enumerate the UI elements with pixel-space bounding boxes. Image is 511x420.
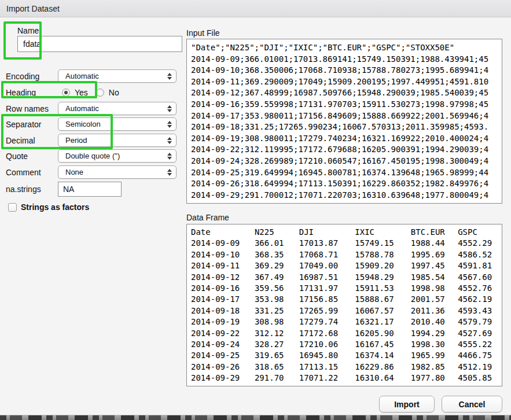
input-file-label: Input File	[186, 28, 220, 38]
data-frame-row: 2014-09-16359.5617131.9715911.531998.984…	[191, 283, 498, 294]
separator-label: Separator	[6, 120, 58, 129]
data-frame-row: 2014-09-25319.6516945.8016374.141965.994…	[191, 350, 498, 361]
data-frame-cell: 2001.57	[411, 294, 458, 305]
input-file-line: 2014-09-10;368.350006;17068.710938;15788…	[191, 65, 498, 76]
input-file-line: 2014-09-19;308.980011;17279.740234;16321…	[191, 133, 498, 145]
data-frame-cell: 353.98	[255, 294, 299, 305]
comment-label: Comment	[6, 168, 58, 177]
input-file-line: 2014-09-11;369.290009;17049;15909.200195…	[191, 76, 498, 88]
data-frame-cell: 17049.00	[299, 260, 355, 271]
data-frame-cell: 4466.75	[458, 350, 498, 361]
data-frame-column-header: IXIC	[355, 227, 411, 238]
heading-row: Heading Yes No	[6, 86, 179, 99]
name-input-value: fdata	[23, 39, 41, 49]
input-file-line: 2014-09-26;318.649994;17113.150391;16229…	[191, 178, 498, 190]
input-file-preview[interactable]: "Date";"N225";"DJI";"IXIC";"BTC.EUR";"GS…	[186, 39, 502, 204]
data-frame-cell: 16374.14	[355, 350, 411, 361]
data-frame-cell: 369.29	[255, 260, 299, 271]
input-file-line: 2014-09-18;331.25;17265.990234;16067.570…	[191, 121, 498, 133]
input-file-line: 2014-09-25;319.649994;16945.800781;16374…	[191, 167, 498, 179]
strings-as-factors-checkbox[interactable]	[8, 203, 17, 212]
data-frame-row: 2014-09-18331.2517265.9916067.572011.364…	[191, 305, 498, 316]
import-button[interactable]: Import	[379, 396, 435, 412]
strings-as-factors-row: Strings as factors	[8, 202, 89, 212]
input-file-line: 2014-09-22;312.119995;17172.679688;16205…	[191, 144, 498, 156]
quote-row: Quote Double quote (")	[6, 149, 179, 163]
data-frame-cell: 17265.99	[299, 305, 355, 316]
data-frame-cell: 4567.60	[458, 272, 498, 283]
decimal-label: Decimal	[6, 136, 58, 145]
data-frame-cell: 15948.29	[355, 272, 411, 283]
comment-select-value: None	[65, 168, 83, 176]
data-frame-cell: 1965.99	[411, 350, 458, 361]
rownames-row: Row names Automatic	[6, 102, 179, 115]
na-strings-label: na.strings	[6, 185, 58, 194]
na-strings-input-value: NA	[63, 185, 74, 194]
data-frame-cell: 16067.57	[355, 305, 411, 316]
data-frame-row: 2014-09-10368.3517068.7115788.781995.694…	[191, 249, 498, 260]
data-frame-cell: 17013.87	[299, 238, 355, 249]
data-frame-cell: 17131.97	[299, 283, 355, 294]
comment-select[interactable]: None	[58, 165, 177, 179]
data-frame-cell: 16945.80	[299, 350, 355, 361]
separator-select-value: Semicolon	[65, 120, 101, 128]
data-frame-cell: 15888.67	[355, 294, 411, 305]
data-frame-cell: 4505.85	[458, 373, 498, 384]
data-frame-cell: 17113.15	[299, 362, 355, 373]
separator-select[interactable]: Semicolon	[58, 117, 177, 131]
data-frame-cell: 2011.36	[411, 305, 458, 316]
encoding-select[interactable]: Automatic	[58, 69, 177, 83]
data-frame-cell: 1998.98	[411, 283, 458, 294]
name-input[interactable]: fdata	[17, 36, 182, 52]
data-frame-cell: 16987.51	[299, 272, 355, 283]
input-file-line: 2014-09-09;366.01001;17013.869141;15749.…	[191, 54, 498, 65]
background-window-edge	[0, 415, 511, 420]
data-frame-cell: 4593.43	[458, 305, 498, 316]
quote-select[interactable]: Double quote (")	[58, 149, 177, 163]
stepper-arrows-icon	[167, 73, 172, 80]
data-frame-cell: 2014-09-18	[191, 305, 255, 316]
encoding-label: Encoding	[6, 72, 58, 81]
data-frame-cell: 1985.54	[411, 272, 458, 283]
quote-select-value: Double quote (")	[65, 152, 120, 160]
data-frame-preview[interactable]: DateN225DJIIXICBTC.EURGSPC2014-09-09366.…	[186, 224, 502, 386]
data-frame-header-row: DateN225DJIIXICBTC.EURGSPC	[191, 227, 498, 238]
data-frame-cell: 359.56	[255, 283, 299, 294]
decimal-select[interactable]: Period	[58, 134, 177, 147]
data-frame-column-header: GSPC	[458, 227, 498, 238]
data-frame-row: 2014-09-12367.4916987.5115948.291985.544…	[191, 272, 498, 283]
data-frame-cell: 2014-09-12	[191, 272, 255, 283]
data-frame-cell: 2010.40	[411, 316, 458, 327]
input-file-line: 2014-09-17;353.980011;17156.849609;15888…	[191, 110, 498, 122]
data-frame-row: 2014-09-17353.9817156.8515888.672001.574…	[191, 294, 498, 305]
data-frame-cell: 1977.80	[411, 373, 458, 384]
heading-label: Heading	[6, 88, 58, 97]
data-frame-cell: 16321.17	[355, 316, 411, 327]
heading-no-radio[interactable]	[96, 89, 104, 97]
data-frame-cell: 16310.64	[355, 373, 411, 384]
stepper-arrows-icon	[167, 153, 172, 160]
data-frame-row: 2014-09-09366.0117013.8715749.151988.444…	[191, 238, 498, 249]
cancel-button[interactable]: Cancel	[442, 396, 502, 412]
data-frame-cell: 4555.22	[458, 339, 498, 350]
separator-row: Separator Semicolon	[6, 117, 179, 131]
na-strings-input[interactable]: NA	[58, 182, 122, 197]
encoding-select-value: Automatic	[65, 72, 99, 80]
data-frame-cell: 312.12	[255, 328, 299, 339]
rownames-select[interactable]: Automatic	[58, 102, 177, 115]
data-frame-row: 2014-09-22312.1217172.6816205.901994.294…	[191, 328, 498, 339]
data-frame-cell: 2014-09-26	[191, 362, 255, 373]
data-frame-cell: 16205.90	[355, 328, 411, 339]
data-frame-cell: 15911.53	[355, 283, 411, 294]
data-frame-row: 2014-09-19308.9817279.7416321.172010.404…	[191, 316, 498, 327]
data-frame-cell: 4552.29	[458, 238, 498, 249]
data-frame-cell: 2014-09-22	[191, 328, 255, 339]
data-frame-cell: 1998.30	[411, 339, 458, 350]
data-frame-cell: 328.27	[255, 339, 299, 350]
data-frame-cell: 367.49	[255, 272, 299, 283]
data-frame-cell: 15909.20	[355, 260, 411, 271]
heading-yes-radio[interactable]	[62, 89, 70, 97]
data-frame-column-header: Date	[191, 227, 255, 238]
input-file-line: 2014-09-24;328.269989;17210.060547;16167…	[191, 156, 498, 167]
data-frame-cell: 331.25	[255, 305, 299, 316]
